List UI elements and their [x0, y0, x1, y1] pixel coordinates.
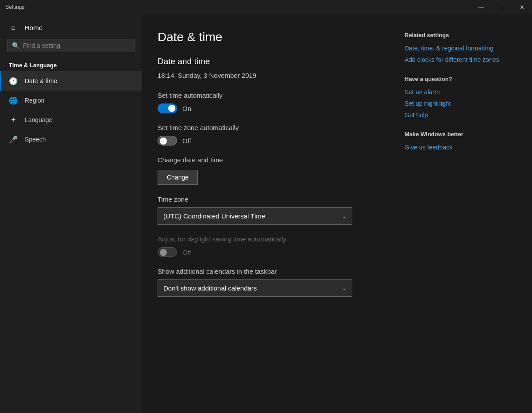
- additional-calendars-label: Show additional calendars in the taskbar: [158, 268, 378, 275]
- related-link-set-alarm[interactable]: Set an alarm: [405, 88, 511, 96]
- sidebar: ⌂ Home 🔍 Time & Language 🕐 Date & time 🌐…: [0, 14, 142, 413]
- maximize-button[interactable]: □: [491, 0, 512, 14]
- sidebar-item-date-time[interactable]: 🕐 Date & time: [0, 71, 142, 91]
- timezone-dropdown[interactable]: (UTC) Coordinated Universal Time ⌄: [158, 207, 352, 225]
- sidebar-section-label: Time & Language: [0, 57, 142, 71]
- date-time-icon: 🕐: [9, 76, 18, 85]
- search-input[interactable]: [23, 42, 130, 49]
- sidebar-item-region[interactable]: 🌐 Region: [0, 91, 142, 110]
- set-time-auto-toggle-row: On: [158, 103, 378, 113]
- additional-calendars-dropdown[interactable]: Don't show additional calendars ⌄: [158, 279, 352, 297]
- set-time-auto-toggle[interactable]: [158, 103, 177, 113]
- timezone-selected: (UTC) Coordinated Universal Time: [163, 212, 265, 220]
- sidebar-item-region-label: Region: [25, 97, 44, 104]
- set-timezone-auto-state: Off: [182, 137, 191, 145]
- change-datetime-row: Change date and time Change: [158, 156, 378, 185]
- set-timezone-auto-toggle[interactable]: [158, 136, 177, 145]
- related-settings-section: Related settings Date, time, & regional …: [405, 32, 511, 63]
- language-icon: ✦: [9, 115, 18, 124]
- timezone-row: Time zone (UTC) Coordinated Universal Ti…: [158, 195, 378, 225]
- change-datetime-button[interactable]: Change: [158, 170, 198, 185]
- home-icon: ⌂: [9, 23, 18, 32]
- change-datetime-label: Change date and time: [158, 156, 378, 164]
- daylight-saving-label: Adjust for daylight saving time automati…: [158, 235, 378, 243]
- set-time-auto-state: On: [182, 105, 191, 112]
- app-body: ⌂ Home 🔍 Time & Language 🕐 Date & time 🌐…: [0, 14, 532, 413]
- make-better-title: Make Windows better: [405, 131, 511, 138]
- make-better-section: Make Windows better Give us feedback: [405, 131, 511, 151]
- set-timezone-auto-toggle-row: Off: [158, 136, 378, 145]
- daylight-saving-state: Off: [182, 249, 191, 256]
- related-link-give-feedback[interactable]: Give us feedback: [405, 144, 511, 151]
- set-time-auto-row: Set time automatically On: [158, 92, 378, 113]
- timezone-label: Time zone: [158, 195, 378, 203]
- search-icon: 🔍: [12, 42, 19, 49]
- current-datetime: 18:14, Sunday, 3 November 2019: [158, 72, 378, 79]
- region-icon: 🌐: [9, 96, 18, 105]
- close-button[interactable]: ✕: [512, 0, 532, 14]
- set-time-auto-label: Set time automatically: [158, 92, 378, 99]
- sidebar-item-language-label: Language: [25, 116, 52, 123]
- set-timezone-auto-row: Set time zone automatically Off: [158, 124, 378, 145]
- related-link-night-light[interactable]: Set up night light: [405, 100, 511, 107]
- timezone-dropdown-arrow: ⌄: [342, 213, 347, 219]
- have-question-title: Have a question?: [405, 76, 511, 82]
- speech-icon: 🎤: [9, 135, 18, 144]
- related-settings-title: Related settings: [405, 32, 511, 38]
- toggle-knob-daylight: [160, 249, 167, 256]
- set-timezone-auto-label: Set time zone automatically: [158, 124, 378, 131]
- app-title: Settings: [5, 4, 24, 10]
- related-link-get-help[interactable]: Get help: [405, 111, 511, 119]
- sidebar-search-container: 🔍: [7, 39, 135, 52]
- daylight-saving-toggle-row: Off: [158, 247, 378, 257]
- title-bar: Settings — □ ✕: [0, 0, 532, 14]
- sidebar-item-date-time-label: Date & time: [25, 77, 57, 84]
- sidebar-item-speech[interactable]: 🎤 Speech: [0, 130, 142, 149]
- toggle-knob-off: [160, 138, 167, 145]
- window-controls: — □ ✕: [471, 0, 532, 14]
- additional-calendars-row: Show additional calendars in the taskbar…: [158, 268, 378, 297]
- related-link-regional-formatting[interactable]: Date, time, & regional formatting: [405, 45, 511, 52]
- sidebar-item-language[interactable]: ✦ Language: [0, 110, 142, 130]
- sidebar-item-speech-label: Speech: [25, 136, 46, 143]
- additional-calendars-dropdown-arrow: ⌄: [342, 285, 347, 291]
- daylight-saving-row: Adjust for daylight saving time automati…: [158, 235, 378, 257]
- right-sidebar: Related settings Date, time, & regional …: [405, 30, 511, 397]
- toggle-knob-on: [168, 105, 175, 112]
- sidebar-item-home[interactable]: ⌂ Home: [0, 18, 142, 37]
- have-question-section: Have a question? Set an alarm Set up nig…: [405, 76, 511, 119]
- content-area: Date & time Date and time 18:14, Sunday,…: [142, 14, 532, 413]
- page-title: Date & time: [158, 30, 378, 44]
- related-link-add-clocks[interactable]: Add clocks for different time zones: [405, 56, 511, 63]
- sidebar-home-label: Home: [25, 24, 42, 31]
- daylight-saving-toggle[interactable]: [158, 247, 177, 257]
- minimize-button[interactable]: —: [471, 0, 491, 14]
- additional-calendars-selected: Don't show additional calendars: [163, 284, 257, 292]
- main-content: Date & time Date and time 18:14, Sunday,…: [158, 30, 378, 397]
- section-title: Date and time: [158, 57, 378, 66]
